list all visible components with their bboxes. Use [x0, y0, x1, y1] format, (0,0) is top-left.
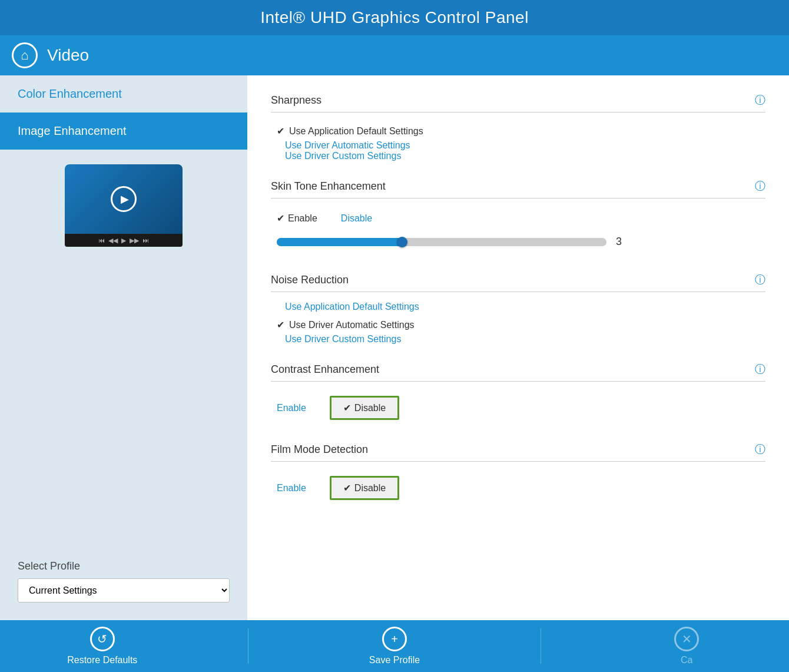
sharpness-section: Sharpness ⓘ ✔ Use Application Default Se… [271, 93, 765, 161]
restore-defaults-icon: ↺ [90, 627, 115, 651]
contrast-disable-button[interactable]: ✔ Disable [330, 396, 399, 420]
sidebar: Color Enhancement Image Enhancement ▶ ⏮◀… [0, 75, 247, 620]
save-profile-label: Save Profile [369, 655, 420, 666]
skin-tone-header: Skin Tone Enhancement ⓘ [271, 179, 765, 198]
skin-tone-section: Skin Tone Enhancement ⓘ ✔ Enable Disable… [271, 179, 765, 255]
noise-reduction-checkmark: ✔ [277, 319, 284, 330]
restore-defaults-button[interactable]: ↺ Restore Defaults [44, 627, 161, 666]
cancel-icon: ✕ [674, 627, 699, 651]
film-mode-title: Film Mode Detection [271, 443, 368, 456]
skin-tone-disable-option[interactable]: Disable [341, 213, 372, 224]
noise-reduction-app-default-link[interactable]: Use Application Default Settings [271, 298, 419, 315]
skin-tone-disable-label: Disable [341, 213, 372, 224]
footer: ↺ Restore Defaults + Save Profile ✕ Ca [0, 620, 789, 672]
video-screen: ▶ [65, 164, 183, 234]
video-controls-bar: ⏮◀◀▶▶▶⏭ [65, 234, 183, 247]
sharpness-info-icon[interactable]: ⓘ [755, 93, 765, 107]
contrast-enhancement-title: Contrast Enhancement [271, 363, 379, 376]
sidebar-item-color-enhancement[interactable]: Color Enhancement [0, 75, 247, 112]
contrast-enhancement-section: Contrast Enhancement ⓘ Enable ✔ Disable [271, 362, 765, 425]
app-title: Intel® UHD Graphics Control Panel [260, 8, 529, 27]
contrast-enhancement-info-icon[interactable]: ⓘ [755, 362, 765, 376]
noise-reduction-info-icon[interactable]: ⓘ [755, 273, 765, 287]
save-profile-button[interactable]: + Save Profile [336, 627, 453, 666]
noise-reduction-driver-auto-label: Use Driver Automatic Settings [289, 320, 415, 330]
save-profile-icon: + [382, 627, 407, 651]
noise-reduction-header: Noise Reduction ⓘ [271, 273, 765, 292]
skin-tone-enable-label: Enable [288, 213, 317, 224]
select-profile-label: Select Profile [18, 560, 230, 572]
restore-defaults-label: Restore Defaults [67, 655, 137, 666]
header-nav: ⌂ Video [0, 35, 789, 75]
film-mode-info-icon[interactable]: ⓘ [755, 442, 765, 456]
skin-tone-enable-option[interactable]: ✔ Enable [277, 213, 317, 224]
profile-select[interactable]: Current Settings [18, 578, 230, 603]
film-mode-header: Film Mode Detection ⓘ [271, 442, 765, 462]
skin-tone-info-icon[interactable]: ⓘ [755, 179, 765, 193]
film-mode-enable-button[interactable]: Enable [277, 483, 306, 494]
content-area: Sharpness ⓘ ✔ Use Application Default Se… [247, 75, 789, 620]
sharpness-app-default-label: Use Application Default Settings [289, 126, 423, 137]
cancel-label: Ca [681, 655, 692, 666]
contrast-enhancement-header: Contrast Enhancement ⓘ [271, 362, 765, 382]
sharpness-title: Sharpness [271, 94, 321, 107]
skin-tone-slider-track[interactable] [277, 238, 606, 246]
noise-reduction-title: Noise Reduction [271, 274, 349, 286]
play-button-icon: ▶ [111, 186, 137, 212]
sharpness-checkmark: ✔ [277, 125, 284, 137]
skin-tone-slider-thumb[interactable] [397, 237, 407, 247]
skin-tone-slider-fill [277, 238, 402, 246]
skin-tone-title: Skin Tone Enhancement [271, 180, 386, 193]
nav-title: Video [47, 46, 89, 65]
cancel-button[interactable]: ✕ Ca [628, 627, 745, 666]
main-layout: Color Enhancement Image Enhancement ▶ ⏮◀… [0, 75, 789, 620]
footer-divider-2 [541, 628, 541, 664]
skin-tone-slider-row: 3 [271, 229, 765, 255]
video-preview: ▶ ⏮◀◀▶▶▶⏭ [65, 167, 183, 244]
footer-divider-1 [248, 628, 248, 664]
sidebar-bottom: Select Profile Current Settings [0, 548, 247, 620]
sharpness-header: Sharpness ⓘ [271, 93, 765, 112]
home-icon[interactable]: ⌂ [12, 42, 38, 68]
sharpness-driver-custom-link[interactable]: Use Driver Custom Settings [271, 147, 401, 164]
skin-tone-slider-value: 3 [616, 236, 634, 248]
film-mode-disable-button[interactable]: ✔ Disable [330, 476, 399, 500]
film-mode-disable-label: Disable [354, 483, 386, 494]
contrast-enable-button[interactable]: Enable [277, 403, 306, 413]
header-top: Intel® UHD Graphics Control Panel [0, 0, 789, 35]
noise-reduction-driver-custom-link[interactable]: Use Driver Custom Settings [271, 330, 401, 347]
contrast-toggle-row: Enable ✔ Disable [271, 391, 765, 425]
film-mode-toggle-row: Enable ✔ Disable [271, 471, 765, 505]
noise-reduction-section: Noise Reduction ⓘ Use Application Defaul… [271, 273, 765, 345]
skin-tone-toggle-row: ✔ Enable Disable [271, 208, 765, 229]
contrast-disable-label: Disable [354, 403, 386, 413]
film-mode-section: Film Mode Detection ⓘ Enable ✔ Disable [271, 442, 765, 505]
sidebar-item-image-enhancement[interactable]: Image Enhancement [0, 112, 247, 150]
